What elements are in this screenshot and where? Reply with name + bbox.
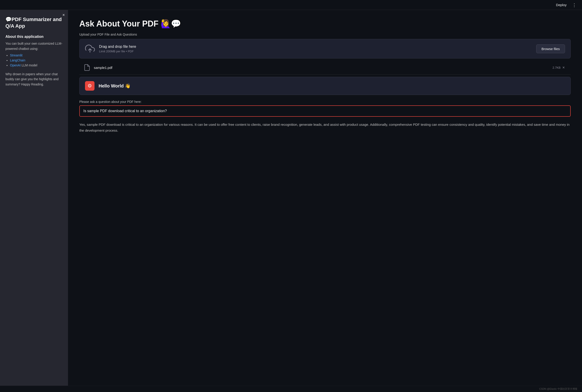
browse-files-button[interactable]: Browse files — [536, 44, 565, 53]
file-item: sample1.pdf 2.7KB × — [79, 61, 571, 74]
sidebar-links-list: Streamlit LangChain OpenAI LLM model — [6, 54, 62, 67]
hello-text: Hello World 👋 — [98, 83, 130, 88]
hello-avatar: ⚙ — [85, 81, 94, 91]
sidebar-close-button[interactable]: × — [62, 13, 65, 18]
streamlit-link[interactable]: Streamlit — [10, 54, 22, 57]
avatar-icon: ⚙ — [88, 83, 92, 89]
upload-limit-text: Limit 200MB per file • PDF — [99, 50, 536, 53]
main-content: Ask About Your PDF 🙋‍♀️💬 Upload your PDF… — [68, 10, 582, 386]
sidebar-title: 💬PDF Summarizer and Q/A App — [6, 16, 62, 29]
deploy-button[interactable]: Deploy — [554, 2, 568, 8]
footer: CSDN @Elastic 中国社区官方博客 — [0, 386, 582, 392]
list-item: OpenAI LLM model — [10, 64, 62, 67]
page-title: Ask About Your PDF 🙋‍♀️💬 — [79, 19, 571, 28]
file-icon — [84, 64, 91, 71]
file-remove-button[interactable]: × — [560, 64, 566, 71]
topbar: Deploy ⋮ — [0, 0, 582, 10]
sidebar-about-title: About this application — [6, 35, 62, 39]
main-layout: × 💬PDF Summarizer and Q/A App About this… — [0, 10, 582, 386]
more-options-button[interactable]: ⋮ — [571, 2, 578, 8]
sidebar-about-text: You can built your own customized LLM-po… — [6, 41, 62, 51]
file-size: 2.7KB — [552, 66, 560, 69]
upload-drag-text: Drag and drop file here — [99, 45, 536, 49]
sidebar-promo-text: Why drown in papers when your chat buddy… — [6, 72, 62, 87]
langchain-link[interactable]: LangChain — [10, 58, 26, 62]
hello-box: ⚙ Hello World 👋 — [79, 77, 571, 95]
upload-box[interactable]: Drag and drop file here Limit 200MB per … — [79, 39, 571, 58]
question-label: Please ask a question about your PDF her… — [79, 100, 571, 104]
list-item: LangChain — [10, 58, 62, 62]
footer-text: CSDN @Elastic 中国社区官方博客 — [539, 388, 578, 390]
upload-text-block: Drag and drop file here Limit 200MB per … — [99, 45, 536, 53]
openai-suffix: LLM model — [20, 64, 37, 67]
answer-text: Yes, sample PDF download is critical to … — [79, 122, 571, 133]
sidebar: × 💬PDF Summarizer and Q/A App About this… — [0, 10, 68, 386]
openai-link[interactable]: OpenAI — [10, 64, 20, 67]
upload-icon — [85, 44, 95, 54]
question-input[interactable] — [79, 105, 571, 117]
upload-label: Upload your PDF File and Ask Questions — [79, 33, 571, 36]
list-item: Streamlit — [10, 54, 62, 57]
file-name: sample1.pdf — [94, 66, 550, 70]
